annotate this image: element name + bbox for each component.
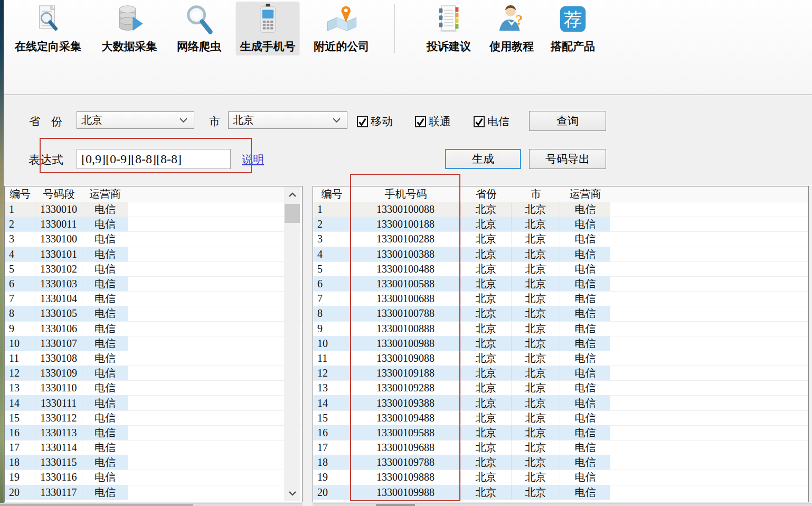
export-numbers-button[interactable]: 号码导出 [529, 149, 606, 169]
city-select[interactable]: 北京 [228, 111, 347, 129]
help-link[interactable]: 说明 [242, 152, 264, 167]
table-row[interactable]: 151330112电信 [5, 411, 302, 426]
table-row[interactable]: 1613300109588北京北京电信 [313, 426, 808, 441]
table-row[interactable]: 141330111电信 [5, 396, 302, 410]
query-button[interactable]: 查询 [529, 111, 606, 131]
table-row[interactable]: 813300100788北京北京电信 [313, 306, 808, 321]
table-row[interactable]: 413300100388北京北京电信 [313, 247, 808, 262]
table-cell: 电信 [560, 277, 610, 291]
table-row[interactable]: 81330105电信 [5, 306, 302, 321]
table-row[interactable]: 11330010电信 [5, 202, 302, 217]
table-row[interactable]: 613300100588北京北京电信 [313, 277, 808, 292]
column-header[interactable]: 运营商 [560, 187, 610, 201]
scrollbar-thumb[interactable] [376, 504, 415, 506]
column-header[interactable]: 编号 [313, 187, 351, 201]
scrollbar-thumb[interactable] [285, 204, 300, 223]
table-row[interactable]: 41330101电信 [5, 247, 302, 262]
table-cell: 3 [313, 233, 351, 245]
table-cell: 7 [313, 293, 351, 305]
table-row[interactable]: 1913300109888北京北京电信 [313, 470, 808, 485]
table-row[interactable]: 71330104电信 [5, 292, 302, 306]
table-row[interactable]: 111330108电信 [5, 351, 302, 366]
table-row[interactable]: 213300100188北京北京电信 [313, 217, 808, 232]
table-row[interactable]: 2013300109988北京北京电信 [313, 485, 808, 500]
table-cell: 电信 [82, 277, 128, 291]
toolbar-item-online-targeted-collection[interactable]: 在线定向采集 [11, 2, 86, 55]
table-cell: 20 [5, 486, 35, 499]
carrier-checkbox-1[interactable] [357, 116, 368, 127]
toolbar-item-big-data-collection[interactable]: 大数据采集 [98, 2, 162, 55]
toolbar-item-web-crawler[interactable]: 网络爬虫 [173, 2, 225, 55]
table-row[interactable]: 181330115电信 [5, 455, 302, 470]
table-row[interactable]: 1513300109488北京北京电信 [313, 411, 808, 426]
table-cell: 1330011 [35, 218, 82, 230]
table-row[interactable]: 161330113电信 [5, 426, 302, 441]
table-row[interactable]: 1813300109788北京北京电信 [313, 455, 808, 470]
expression-input[interactable] [77, 149, 231, 169]
table-row[interactable]: 131330110电信 [5, 381, 302, 396]
table-row[interactable]: 1713300109688北京北京电信 [313, 441, 808, 455]
table-cell: 1330114 [35, 442, 82, 454]
table-cell: 13300109988 [351, 486, 461, 499]
table-cell: 4 [313, 248, 351, 260]
table-cell: 电信 [82, 292, 128, 306]
column-header[interactable]: 省份 [461, 187, 512, 201]
table-row[interactable]: 31330100电信 [5, 232, 302, 247]
table-row[interactable]: 1413300109388北京北京电信 [313, 396, 808, 410]
phone-numbers-table: 编号手机号码省份市运营商 113300100088北京北京电信213300100… [313, 186, 809, 502]
table-row[interactable]: 51330102电信 [5, 262, 302, 277]
table-row[interactable]: 101330107电信 [5, 336, 302, 351]
table-row[interactable]: 713300100688北京北京电信 [313, 292, 808, 306]
table-row[interactable]: 913300100888北京北京电信 [313, 322, 808, 336]
table-row[interactable]: 313300100288北京北京电信 [313, 232, 808, 247]
table-row[interactable]: 61330103电信 [5, 277, 302, 292]
column-header[interactable]: 编号 [5, 187, 35, 201]
table-cell: 北京 [461, 470, 512, 484]
table-row[interactable]: 113300100088北京北京电信 [313, 202, 808, 217]
table-row[interactable]: 211330118电信 [5, 500, 302, 502]
toolbar-item-complaints-suggestions[interactable]: 投诉建议 [422, 2, 475, 55]
carrier-checkbox-3[interactable] [474, 116, 485, 127]
toolbar-item-nearby-companies[interactable]: 附近的公司 [310, 2, 374, 55]
table-row[interactable]: 91330106电信 [5, 322, 302, 336]
segments-table: 编号号码段运营商 11330010电信21330011电信31330100电信4… [4, 186, 303, 502]
table-row[interactable]: 1013300100988北京北京电信 [313, 336, 808, 351]
table-row[interactable]: 21330011电信 [5, 217, 302, 232]
table-row[interactable]: 513300100488北京北京电信 [313, 262, 808, 277]
toolbar-item-usage-tutorial[interactable]: ? 使用教程 [485, 2, 538, 55]
table-row[interactable]: 121330109电信 [5, 366, 302, 381]
carrier-checkbox-2[interactable] [415, 116, 426, 127]
table-row[interactable]: 1113300109088北京北京电信 [313, 351, 808, 366]
table-cell: 11 [5, 352, 35, 364]
toolbar-item-generate-phone-number[interactable]: 生成手机号 [236, 2, 300, 55]
province-select[interactable]: 北京 [77, 111, 194, 129]
column-header[interactable]: 手机号码 [351, 187, 461, 201]
table-cell: 电信 [82, 306, 128, 321]
table-cell: 1330118 [35, 501, 82, 502]
table-row[interactable]: 191330116电信 [5, 470, 302, 485]
horizontal-scrollbar[interactable] [313, 503, 812, 506]
table-cell: 13300109588 [351, 427, 461, 439]
generate-button[interactable]: 生成 [445, 149, 521, 169]
table-row[interactable]: 1213300109188北京北京电信 [313, 366, 808, 381]
table-row[interactable]: 171330114电信 [5, 441, 302, 455]
scroll-down-button[interactable] [284, 485, 300, 501]
doc-search-icon [32, 3, 64, 38]
table-cell: 14 [5, 397, 35, 409]
table-cell: 电信 [560, 381, 610, 395]
table-cell: 北京 [512, 277, 560, 291]
scroll-up-button[interactable] [284, 187, 300, 203]
toolbar-item-matching-products[interactable]: 荐 搭配产品 [546, 2, 599, 55]
scrollbar-thumb[interactable] [0, 504, 193, 506]
column-header[interactable]: 号码段 [35, 187, 82, 201]
column-header[interactable]: 市 [512, 187, 560, 201]
table-row[interactable]: 201330117电信 [5, 485, 302, 500]
horizontal-scrollbar[interactable] [0, 503, 303, 506]
column-header[interactable]: 运营商 [82, 187, 128, 201]
table-cell: 北京 [461, 411, 512, 425]
table-row[interactable]: 1313300109288北京北京电信 [313, 381, 808, 396]
table-cell: 北京 [461, 336, 512, 351]
vertical-scrollbar[interactable] [284, 187, 300, 501]
table-cell: 北京 [512, 336, 560, 351]
table-cell: 北京 [512, 202, 560, 217]
